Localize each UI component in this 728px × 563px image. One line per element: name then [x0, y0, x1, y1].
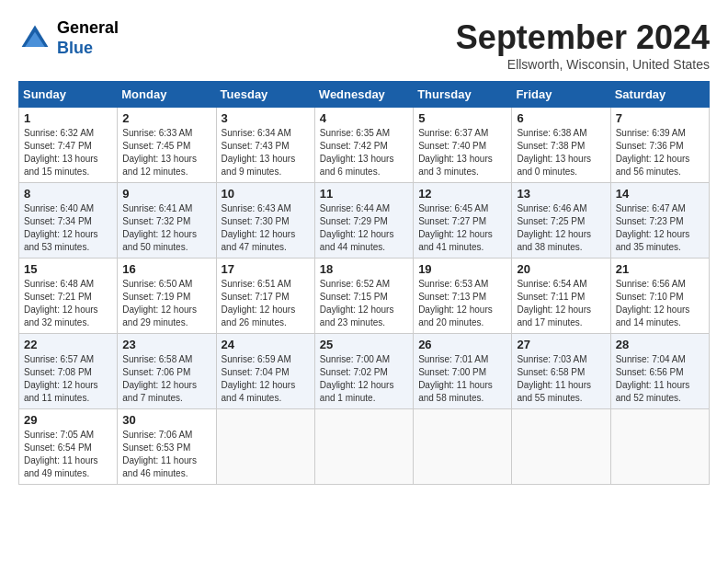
logo: General Blue [18, 18, 119, 58]
day-number: 17 [222, 262, 310, 276]
day-number: 25 [320, 338, 408, 351]
day-number: 26 [418, 338, 506, 351]
day-number: 8 [24, 187, 112, 201]
calendar-cell: 18Sunrise: 6:52 AM Sunset: 7:15 PM Dayli… [314, 259, 413, 334]
day-info: Sunrise: 6:57 AM Sunset: 7:08 PM Dayligh… [24, 353, 112, 405]
day-number: 18 [320, 262, 408, 276]
day-number: 15 [24, 262, 112, 276]
calendar-cell: 27Sunrise: 7:03 AM Sunset: 6:58 PM Dayli… [512, 334, 610, 409]
weekday-header-tuesday: Tuesday [216, 82, 314, 108]
page-header: General Blue September 2024 Ellsworth, W… [18, 18, 710, 72]
day-number: 22 [24, 338, 112, 351]
day-info: Sunrise: 7:00 AM Sunset: 7:02 PM Dayligh… [320, 353, 408, 405]
calendar-cell [314, 409, 413, 485]
day-info: Sunrise: 6:43 AM Sunset: 7:30 PM Dayligh… [222, 202, 310, 254]
day-number: 10 [222, 187, 310, 201]
day-info: Sunrise: 6:34 AM Sunset: 7:43 PM Dayligh… [222, 127, 310, 178]
calendar-cell: 20Sunrise: 6:54 AM Sunset: 7:11 PM Dayli… [512, 259, 610, 334]
calendar-cell: 21Sunrise: 6:56 AM Sunset: 7:10 PM Dayli… [610, 259, 709, 334]
calendar-subtitle: Ellsworth, Wisconsin, United States [456, 57, 710, 72]
calendar-cell: 11Sunrise: 6:44 AM Sunset: 7:29 PM Dayli… [314, 183, 413, 259]
title-block: September 2024 Ellsworth, Wisconsin, Uni… [456, 18, 710, 72]
day-number: 24 [222, 338, 310, 351]
day-info: Sunrise: 6:46 AM Sunset: 7:25 PM Dayligh… [517, 202, 605, 254]
calendar-week-1: 1Sunrise: 6:32 AM Sunset: 7:47 PM Daylig… [19, 108, 710, 183]
weekday-header-monday: Monday [118, 82, 216, 108]
calendar-cell: 16Sunrise: 6:50 AM Sunset: 7:19 PM Dayli… [118, 259, 216, 334]
calendar-cell: 6Sunrise: 6:38 AM Sunset: 7:38 PM Daylig… [512, 108, 610, 183]
day-number: 9 [122, 187, 210, 201]
day-number: 27 [517, 338, 605, 351]
calendar-cell: 19Sunrise: 6:53 AM Sunset: 7:13 PM Dayli… [414, 259, 512, 334]
calendar-cell: 3Sunrise: 6:34 AM Sunset: 7:43 PM Daylig… [216, 108, 314, 183]
day-info: Sunrise: 6:58 AM Sunset: 7:06 PM Dayligh… [122, 353, 210, 405]
calendar-cell: 13Sunrise: 6:46 AM Sunset: 7:25 PM Dayli… [512, 183, 610, 259]
day-info: Sunrise: 6:50 AM Sunset: 7:19 PM Dayligh… [122, 278, 210, 329]
day-number: 6 [517, 111, 605, 125]
day-number: 12 [418, 187, 506, 201]
weekday-header-row: SundayMondayTuesdayWednesdayThursdayFrid… [19, 82, 710, 108]
calendar-cell: 7Sunrise: 6:39 AM Sunset: 7:36 PM Daylig… [610, 108, 709, 183]
day-number: 23 [122, 338, 210, 351]
day-info: Sunrise: 6:59 AM Sunset: 7:04 PM Dayligh… [222, 353, 310, 405]
day-info: Sunrise: 6:38 AM Sunset: 7:38 PM Dayligh… [517, 127, 605, 178]
day-info: Sunrise: 6:35 AM Sunset: 7:42 PM Dayligh… [320, 127, 408, 178]
day-info: Sunrise: 6:37 AM Sunset: 7:40 PM Dayligh… [418, 127, 506, 178]
day-number: 28 [616, 338, 704, 351]
day-info: Sunrise: 6:40 AM Sunset: 7:34 PM Dayligh… [24, 202, 112, 254]
day-info: Sunrise: 7:06 AM Sunset: 6:53 PM Dayligh… [122, 429, 210, 480]
calendar-week-3: 15Sunrise: 6:48 AM Sunset: 7:21 PM Dayli… [19, 259, 710, 334]
day-info: Sunrise: 6:54 AM Sunset: 7:11 PM Dayligh… [517, 278, 605, 329]
weekday-header-friday: Friday [512, 82, 610, 108]
calendar-cell: 22Sunrise: 6:57 AM Sunset: 7:08 PM Dayli… [19, 334, 118, 409]
day-info: Sunrise: 6:53 AM Sunset: 7:13 PM Dayligh… [418, 278, 506, 329]
calendar-cell: 15Sunrise: 6:48 AM Sunset: 7:21 PM Dayli… [19, 259, 118, 334]
day-info: Sunrise: 6:48 AM Sunset: 7:21 PM Dayligh… [24, 278, 112, 329]
calendar-cell: 8Sunrise: 6:40 AM Sunset: 7:34 PM Daylig… [19, 183, 118, 259]
logo-text: General Blue [57, 18, 119, 58]
calendar-cell: 1Sunrise: 6:32 AM Sunset: 7:47 PM Daylig… [19, 108, 118, 183]
day-info: Sunrise: 6:47 AM Sunset: 7:23 PM Dayligh… [616, 202, 704, 254]
day-info: Sunrise: 6:33 AM Sunset: 7:45 PM Dayligh… [122, 127, 210, 178]
calendar-cell: 23Sunrise: 6:58 AM Sunset: 7:06 PM Dayli… [118, 334, 216, 409]
calendar-cell: 26Sunrise: 7:01 AM Sunset: 7:00 PM Dayli… [414, 334, 512, 409]
day-info: Sunrise: 6:44 AM Sunset: 7:29 PM Dayligh… [320, 202, 408, 254]
day-info: Sunrise: 6:41 AM Sunset: 7:32 PM Dayligh… [122, 202, 210, 254]
calendar-cell [512, 409, 610, 485]
day-number: 4 [320, 111, 408, 125]
day-number: 14 [616, 187, 704, 201]
calendar-cell: 28Sunrise: 7:04 AM Sunset: 6:56 PM Dayli… [610, 334, 709, 409]
calendar-week-2: 8Sunrise: 6:40 AM Sunset: 7:34 PM Daylig… [19, 183, 710, 259]
weekday-header-thursday: Thursday [414, 82, 512, 108]
calendar-cell [610, 409, 709, 485]
day-number: 29 [24, 413, 112, 427]
calendar-cell: 10Sunrise: 6:43 AM Sunset: 7:30 PM Dayli… [216, 183, 314, 259]
calendar-cell: 9Sunrise: 6:41 AM Sunset: 7:32 PM Daylig… [118, 183, 216, 259]
calendar-cell: 4Sunrise: 6:35 AM Sunset: 7:42 PM Daylig… [314, 108, 413, 183]
calendar-title: September 2024 [456, 18, 710, 57]
day-info: Sunrise: 6:39 AM Sunset: 7:36 PM Dayligh… [616, 127, 704, 178]
calendar-cell: 17Sunrise: 6:51 AM Sunset: 7:17 PM Dayli… [216, 259, 314, 334]
day-number: 3 [222, 111, 310, 125]
calendar-week-4: 22Sunrise: 6:57 AM Sunset: 7:08 PM Dayli… [19, 334, 710, 409]
calendar-cell [216, 409, 314, 485]
calendar-cell: 12Sunrise: 6:45 AM Sunset: 7:27 PM Dayli… [414, 183, 512, 259]
calendar-cell: 2Sunrise: 6:33 AM Sunset: 7:45 PM Daylig… [118, 108, 216, 183]
calendar-cell: 30Sunrise: 7:06 AM Sunset: 6:53 PM Dayli… [118, 409, 216, 485]
day-info: Sunrise: 6:51 AM Sunset: 7:17 PM Dayligh… [222, 278, 310, 329]
day-info: Sunrise: 7:03 AM Sunset: 6:58 PM Dayligh… [517, 353, 605, 405]
weekday-header-sunday: Sunday [19, 82, 118, 108]
day-info: Sunrise: 6:32 AM Sunset: 7:47 PM Dayligh… [24, 127, 112, 178]
day-info: Sunrise: 6:52 AM Sunset: 7:15 PM Dayligh… [320, 278, 408, 329]
day-info: Sunrise: 7:05 AM Sunset: 6:54 PM Dayligh… [24, 429, 112, 480]
calendar-week-5: 29Sunrise: 7:05 AM Sunset: 6:54 PM Dayli… [19, 409, 710, 485]
calendar-cell: 24Sunrise: 6:59 AM Sunset: 7:04 PM Dayli… [216, 334, 314, 409]
calendar-cell: 29Sunrise: 7:05 AM Sunset: 6:54 PM Dayli… [19, 409, 118, 485]
day-number: 11 [320, 187, 408, 201]
day-info: Sunrise: 7:04 AM Sunset: 6:56 PM Dayligh… [616, 353, 704, 405]
day-number: 5 [418, 111, 506, 125]
day-number: 19 [418, 262, 506, 276]
day-info: Sunrise: 7:01 AM Sunset: 7:00 PM Dayligh… [418, 353, 506, 405]
day-number: 7 [616, 111, 704, 125]
day-number: 16 [122, 262, 210, 276]
